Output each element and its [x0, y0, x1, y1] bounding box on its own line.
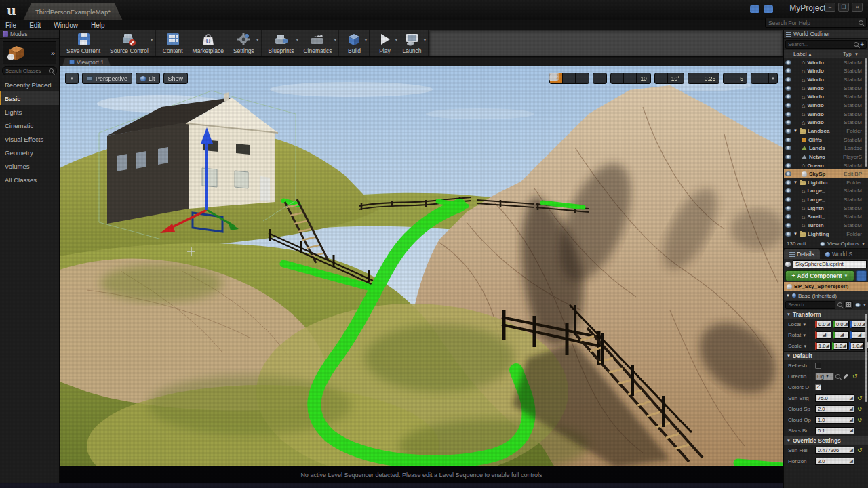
location-y-field[interactable]: 0.0◢ — [833, 321, 849, 328]
viewport-3d-scene[interactable] — [60, 66, 783, 466]
outliner-row-folder[interactable]: ▼LandscaFolder — [784, 127, 868, 136]
mode-item-basic[interactable]: Basic — [0, 92, 59, 105]
component-base-row[interactable]: ▼ Base (Inherited) — [784, 291, 868, 300]
visibility-eye-icon[interactable] — [785, 129, 791, 134]
outliner-row[interactable]: ⌂WindoStaticM — [784, 110, 868, 119]
layout-dropdown[interactable]: ▼ — [769, 73, 777, 83]
reset-to-default-icon[interactable]: ↺ — [857, 447, 863, 453]
edit-blueprint-button[interactable] — [856, 270, 867, 281]
outliner-row[interactable]: LandsLandsc — [784, 144, 868, 152]
scale-label[interactable]: Scale ▼ — [788, 343, 814, 349]
expand-arrow-icon[interactable]: ▼ — [793, 129, 797, 133]
visibility-eye-icon[interactable] — [785, 232, 791, 237]
modes-panel-header[interactable]: Modes — [0, 30, 59, 39]
light-actor-dropdown[interactable]: Lig▼ — [815, 373, 834, 380]
classes-search[interactable] — [2, 66, 57, 75]
outliner-row[interactable]: ⌂Large_StaticM — [784, 195, 868, 204]
play-button[interactable]: Play ▼ — [372, 30, 397, 56]
mode-item-cinematic[interactable]: Cinematic — [0, 119, 59, 132]
cloud-speed-field[interactable]: 2.0◢ — [815, 405, 854, 413]
tab-world-settings[interactable]: World S — [820, 249, 858, 259]
rotate-tool-button[interactable] — [563, 73, 576, 83]
visibility-eye-icon[interactable] — [785, 94, 791, 99]
stars-brightness-field[interactable]: 0.1◢ — [815, 427, 854, 434]
add-filter-icon[interactable]: + — [860, 41, 864, 48]
outliner-row[interactable]: ⌂WindoStaticM — [784, 58, 868, 67]
actor-name-field[interactable] — [793, 260, 867, 268]
chevron-down-icon[interactable]: ▼ — [150, 38, 154, 42]
reset-to-default-icon[interactable]: ↺ — [852, 373, 858, 380]
viewport-tab[interactable]: Viewport 1 — [62, 58, 111, 66]
marketplace-button[interactable]: U Marketplace — [188, 30, 229, 56]
sun-height-field[interactable]: 0.477306◢ — [815, 447, 854, 454]
visibility-eye-icon[interactable] — [785, 180, 791, 185]
content-button[interactable]: Content — [158, 30, 188, 56]
cloud-opacity-field[interactable]: 1.0◢ — [815, 416, 854, 424]
scale-y-field[interactable]: 1.0◢ — [832, 342, 848, 350]
menu-help[interactable]: Help — [91, 22, 113, 29]
camera-speed-value[interactable]: 5 — [736, 73, 747, 83]
horizon-field[interactable]: 3.0◢ — [815, 458, 854, 465]
mode-item-lights[interactable]: Lights — [0, 105, 59, 119]
rotation-label[interactable]: Rotat ▼ — [788, 332, 814, 338]
sun-brightness-field[interactable]: 75.0◢ — [815, 394, 854, 402]
reset-to-default-icon[interactable]: ↺ — [857, 405, 863, 412]
reset-to-default-icon[interactable]: ↺ — [857, 416, 863, 423]
cinematics-button[interactable]: Cinematics ▼ — [298, 30, 336, 56]
outliner-row[interactable]: NetwoPlayerS — [784, 152, 868, 161]
help-search-input[interactable] — [768, 20, 859, 26]
level-tab[interactable]: ThirdPersonExampleMap* — [23, 3, 123, 20]
classes-search-input[interactable] — [5, 68, 49, 74]
help-search[interactable] — [765, 18, 867, 28]
outliner-row[interactable]: CliffsStaticM — [784, 136, 868, 144]
show-flags-button[interactable]: Show — [163, 73, 189, 84]
visibility-eye-icon[interactable] — [785, 171, 791, 176]
visibility-eye-icon[interactable] — [785, 86, 791, 91]
outliner-row-selected[interactable]: SkySpEdit BP — [784, 169, 868, 178]
chevron-down-icon[interactable]: ▼ — [364, 38, 368, 42]
scale-snap-button[interactable] — [688, 73, 701, 83]
launch-button[interactable]: Launch ▼ — [397, 30, 426, 56]
refresh-checkbox[interactable] — [815, 363, 821, 369]
rotation-y-field[interactable]: ◢ — [833, 331, 849, 339]
outliner-column-headers[interactable]: Label▲ Typ ▼ — [784, 50, 868, 58]
visibility-eye-icon[interactable] — [785, 120, 791, 125]
tab-details[interactable]: Details — [784, 249, 820, 259]
visibility-eye-icon[interactable] — [785, 155, 791, 159]
view-options-button[interactable]: View Options ▼ — [820, 241, 865, 247]
outliner-row[interactable]: ⌂OceanStaticM — [784, 161, 868, 170]
details-scrollbar[interactable] — [865, 314, 867, 402]
section-transform[interactable]: ▼Transform — [784, 310, 868, 319]
scale-x-field[interactable]: 1.0◢ — [815, 342, 831, 350]
outliner-row[interactable]: ⌂WindoStaticM — [784, 84, 868, 93]
expand-arrow-icon[interactable]: ▼ — [786, 293, 790, 298]
chevron-down-icon[interactable]: ▼ — [422, 38, 427, 42]
placement-mode-thumbnail[interactable]: » — [3, 41, 56, 64]
component-self-row[interactable]: BP_Sky_Sphere(self) — [784, 282, 868, 291]
mode-item-visual-effects[interactable]: Visual Effects — [0, 132, 59, 146]
blueprints-button[interactable]: Blueprints ▼ — [264, 30, 299, 56]
scale-z-field[interactable]: 1.0◢ — [849, 342, 865, 350]
grid-snap-value[interactable]: 10 — [637, 73, 650, 83]
add-component-button[interactable]: + Add Component ▼ — [785, 270, 854, 281]
visibility-eye-icon[interactable] — [785, 112, 791, 117]
visibility-eye-icon[interactable] — [785, 197, 791, 202]
maximize-viewport-button[interactable] — [751, 73, 769, 83]
outliner-row[interactable]: ⌂WindoStaticM — [784, 93, 868, 102]
minimize-button[interactable]: – — [825, 3, 835, 12]
menu-window[interactable]: Window — [54, 22, 85, 29]
build-button[interactable]: Build ▼ — [341, 30, 367, 56]
colors-checkbox[interactable] — [815, 384, 821, 390]
expand-chevron-icon[interactable]: » — [51, 49, 54, 57]
visibility-eye-icon[interactable] — [785, 188, 791, 193]
visibility-eye-icon[interactable] — [785, 103, 791, 108]
visibility-eye-icon[interactable] — [785, 138, 791, 142]
mode-item-volumes[interactable]: Volumes — [0, 159, 59, 173]
use-selected-icon[interactable] — [843, 373, 848, 378]
rotation-snap-button[interactable] — [655, 73, 668, 83]
visibility-eye-icon[interactable] — [785, 68, 791, 73]
lit-mode-button[interactable]: Lit — [136, 73, 160, 84]
close-button[interactable]: × — [852, 3, 863, 12]
scale-snap-value[interactable]: 0.25 — [701, 73, 719, 83]
outliner-scrollbar[interactable] — [865, 58, 867, 167]
